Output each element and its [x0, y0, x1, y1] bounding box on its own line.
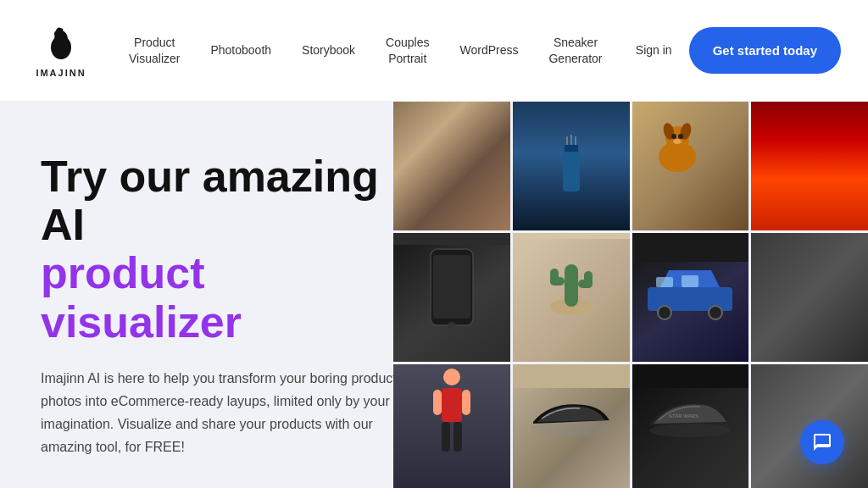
- svg-rect-29: [682, 275, 698, 287]
- hero-section: Try our amazing AI product visualizer Im…: [0, 102, 868, 488]
- svg-point-18: [448, 322, 455, 329]
- svg-rect-28: [656, 277, 673, 287]
- chat-bubble-button[interactable]: [800, 420, 844, 464]
- nav-item-sneaker-generator[interactable]: Sneaker Generator: [548, 35, 602, 65]
- collage-cell-dog: [632, 102, 749, 230]
- svg-rect-3: [563, 149, 580, 191]
- svg-rect-24: [584, 271, 593, 288]
- hero-title-line2: product visualizer: [41, 249, 407, 346]
- hero-description: Imajinn AI is here to help you transform…: [41, 367, 407, 459]
- svg-text:STAR WARS: STAR WARS: [669, 413, 698, 419]
- logo-icon: [41, 24, 81, 64]
- collage-cell-candles: [751, 102, 868, 230]
- svg-rect-34: [442, 422, 450, 452]
- logo[interactable]: IMAJINN: [27, 24, 95, 78]
- svg-rect-33: [462, 390, 470, 415]
- svg-rect-31: [442, 388, 462, 422]
- logo-text: IMAJINN: [36, 68, 86, 78]
- svg-point-26: [658, 306, 671, 319]
- svg-point-27: [709, 306, 722, 319]
- nav-item-product-visualizer[interactable]: Product Visualizer: [129, 35, 180, 65]
- collage-cell-sneaker1: [513, 364, 630, 488]
- svg-rect-22: [550, 269, 559, 286]
- svg-rect-35: [453, 422, 462, 452]
- site-header: IMAJINN Product Visualizer Photobooth St…: [0, 0, 868, 102]
- collage-cell-car: [632, 233, 749, 362]
- collage-cell-golf: [513, 102, 630, 230]
- svg-point-14: [678, 134, 683, 139]
- chat-icon: [812, 432, 832, 452]
- collage-cell-cactus: [513, 233, 630, 362]
- get-started-button[interactable]: Get started today: [689, 27, 841, 75]
- svg-point-30: [443, 369, 460, 385]
- collage-cell-sneaker2: STAR WARS: [632, 364, 749, 488]
- svg-point-37: [649, 424, 731, 437]
- svg-point-13: [671, 134, 676, 139]
- main-nav: Product Visualizer Photobooth Storybook …: [129, 35, 636, 65]
- svg-rect-20: [565, 264, 578, 307]
- nav-item-wordpress[interactable]: WordPress: [459, 42, 518, 58]
- sign-in-button[interactable]: Sign in: [636, 42, 672, 58]
- nav-item-couples-portrait[interactable]: Couples Portrait: [386, 35, 429, 65]
- svg-point-15: [673, 139, 682, 144]
- image-collage: STAR WARS: [393, 102, 868, 488]
- nav-item-photobooth[interactable]: Photobooth: [210, 42, 271, 58]
- nav-item-storybook[interactable]: Storybook: [302, 42, 355, 58]
- hero-content: Try our amazing AI product visualizer Im…: [0, 102, 441, 488]
- hero-title-line1: Try our amazing AI: [41, 152, 407, 249]
- collage-cell-iron: [751, 233, 868, 362]
- header-actions: Sign in Get started today: [636, 27, 841, 75]
- svg-rect-4: [565, 145, 578, 152]
